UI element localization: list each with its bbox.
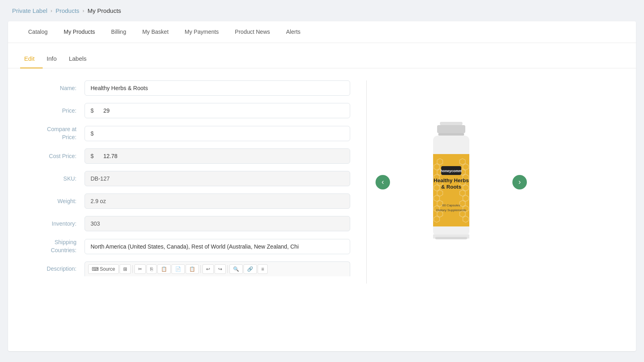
price-field: $ <box>85 103 350 118</box>
shipping-row: ShippingCountries: <box>20 239 350 254</box>
svg-text:60 Capsules: 60 Capsules <box>442 204 460 207</box>
tab-my-basket[interactable]: My Basket <box>134 21 176 43</box>
svg-rect-1 <box>437 125 465 133</box>
tab-my-payments[interactable]: My Payments <box>177 21 227 43</box>
toolbar-divider-3 <box>227 265 228 273</box>
svg-text:& Roots: & Roots <box>441 184 461 190</box>
description-label: Description: <box>20 261 85 272</box>
price-dollar-sign: $ <box>85 103 98 118</box>
toolbar-btn-find[interactable]: 🔍 <box>229 264 243 274</box>
product-image-svg: honeycomm Healthy Herbs & Roots 60 Capsu… <box>411 118 491 247</box>
description-row: Description: ⌨ Source ⊞ ✂ <box>20 261 350 276</box>
compare-price-field: $ <box>85 126 350 141</box>
find-icon: 🔍 <box>233 266 239 272</box>
weight-row: Weight: <box>20 193 350 209</box>
sku-label: SKU: <box>20 175 85 182</box>
price-row: Price: $ <box>20 103 350 118</box>
undo-icon: ↩ <box>206 266 210 272</box>
shipping-input[interactable] <box>85 239 350 254</box>
toolbar-btn-paste-word[interactable]: 📋 <box>186 264 199 274</box>
weight-field <box>85 193 350 209</box>
product-bottle: honeycomm Healthy Herbs & Roots 60 Capsu… <box>403 114 500 251</box>
tab-billing[interactable]: Billing <box>103 21 134 43</box>
breadcrumb: Private Label › Products › My Products <box>0 0 644 21</box>
main-card: Catalog My Products Billing My Basket My… <box>8 21 636 351</box>
tab-product-news[interactable]: Product News <box>227 21 278 43</box>
price-label: Price: <box>20 107 85 114</box>
subtab-labels[interactable]: Labels <box>65 51 95 68</box>
compare-price-label: Compare atPrice: <box>20 125 85 141</box>
subtab-info[interactable]: Info <box>43 51 65 68</box>
breadcrumb-products[interactable]: Products <box>56 7 79 14</box>
price-input[interactable] <box>98 103 350 118</box>
breadcrumb-sep-1: › <box>51 8 52 14</box>
toolbar-btn-table[interactable]: ≡ <box>258 264 268 274</box>
source-label: Source <box>100 266 115 272</box>
toolbar-btn-cut[interactable]: ✂ <box>134 264 146 274</box>
svg-rect-0 <box>440 122 462 125</box>
source-button[interactable]: ⌨ Source <box>88 264 119 274</box>
inventory-input[interactable] <box>85 216 350 231</box>
sub-tabs: Edit Info Labels <box>8 43 636 68</box>
name-field <box>85 80 350 96</box>
name-label: Name: <box>20 85 85 91</box>
weight-label: Weight: <box>20 198 85 204</box>
svg-text:Healthy Herbs: Healthy Herbs <box>433 177 469 183</box>
source-icon: ⌨ <box>92 266 99 272</box>
product-image-section: ‹ <box>383 80 520 284</box>
name-input[interactable] <box>85 80 350 96</box>
tab-catalog[interactable]: Catalog <box>20 21 56 43</box>
cut-icon: ✂ <box>138 266 142 272</box>
breadcrumb-sep-2: › <box>83 8 84 14</box>
tab-my-products[interactable]: My Products <box>56 21 103 43</box>
toolbar-btn-copy[interactable]: ⎘ <box>147 264 157 274</box>
compare-price-row: Compare atPrice: $ <box>20 125 350 141</box>
toolbar-btn-paste[interactable]: 📋 <box>157 264 171 274</box>
paste-icon: 📋 <box>161 266 167 272</box>
content-area: Name: Price: $ Compare atPrice: <box>8 68 636 296</box>
description-toolbar: ⌨ Source ⊞ ✂ ⎘ <box>85 261 350 276</box>
tab-alerts[interactable]: Alerts <box>278 21 309 43</box>
inventory-label: Inventory: <box>20 220 85 227</box>
weight-input[interactable] <box>85 193 350 209</box>
inventory-row: Inventory: <box>20 216 350 231</box>
cost-price-input-wrapper: $ <box>85 148 350 164</box>
toolbar-divider-1 <box>132 265 133 273</box>
subtab-edit[interactable]: Edit <box>20 51 43 68</box>
top-tabs: Catalog My Products Billing My Basket My… <box>8 21 636 43</box>
sku-row: SKU: <box>20 171 350 186</box>
carousel-prev-button[interactable]: ‹ <box>376 175 390 189</box>
code-icon: ⊞ <box>123 266 127 272</box>
name-row: Name: <box>20 80 350 96</box>
redo-icon: ↪ <box>218 266 222 272</box>
cost-price-label: Cost Price: <box>20 153 85 159</box>
toolbar-btn-redo[interactable]: ↪ <box>215 264 226 274</box>
breadcrumb-my-products: My Products <box>87 7 121 14</box>
compare-dollar-sign: $ <box>85 126 98 141</box>
cost-dollar-sign: $ <box>85 149 98 163</box>
description-field: ⌨ Source ⊞ ✂ ⎘ <box>85 261 350 276</box>
sku-input[interactable] <box>85 171 350 186</box>
toolbar-btn-link[interactable]: 🔗 <box>244 264 257 274</box>
toolbar-btn-code[interactable]: ⊞ <box>120 264 131 274</box>
carousel-next-button[interactable]: › <box>512 175 527 189</box>
inventory-field <box>85 216 350 231</box>
breadcrumb-private-label[interactable]: Private Label <box>12 7 47 14</box>
cost-price-input[interactable] <box>98 149 350 163</box>
paste-word-icon: 📋 <box>189 266 195 272</box>
content-divider <box>366 80 367 284</box>
cost-price-field: $ <box>85 148 350 164</box>
svg-rect-2 <box>438 133 464 136</box>
compare-price-input[interactable] <box>98 126 350 141</box>
toolbar-btn-paste-text[interactable]: 📄 <box>171 264 185 274</box>
svg-rect-36 <box>435 237 467 239</box>
sku-field <box>85 171 350 186</box>
copy-icon: ⎘ <box>150 266 153 272</box>
shipping-label: ShippingCountries: <box>20 239 85 254</box>
paste-text-icon: 📄 <box>175 266 181 272</box>
link-icon: 🔗 <box>247 266 253 272</box>
form-section: Name: Price: $ Compare atPrice: <box>20 80 350 284</box>
compare-price-input-wrapper: $ <box>85 126 350 141</box>
toolbar-btn-undo[interactable]: ↩ <box>202 264 214 274</box>
price-input-wrapper: $ <box>85 103 350 118</box>
